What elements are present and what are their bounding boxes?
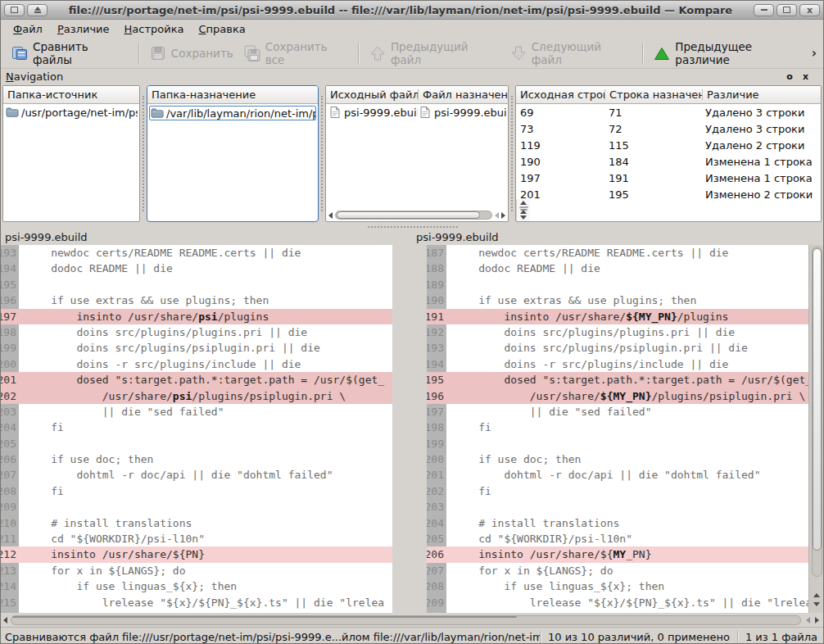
line-number: 189: [427, 277, 446, 293]
table-column-header-2[interactable]: Различие: [703, 86, 821, 103]
code-text: fi: [446, 483, 808, 499]
dest-folder-item[interactable]: /var/lib/layman/rion/net-im/psi/: [149, 106, 316, 120]
files-panel-hscrollbar[interactable]: [326, 209, 508, 221]
code-text: || die "sed failed": [446, 404, 808, 420]
diff-vertical-scrollbar[interactable]: [808, 245, 824, 613]
table-cell: 115: [604, 139, 701, 152]
source-folder-header[interactable]: Папка-источник: [3, 86, 102, 103]
diff-line-dest-199: 199: [427, 436, 808, 451]
code-text: doins src/plugins/plugins.pri || die: [19, 324, 392, 340]
diff-line-source-216: 216 doins "${x}/${PN}_${x}.qm" || die: [1, 610, 392, 613]
close-button[interactable]: x: [799, 4, 820, 16]
diff-line-dest-203: 203: [427, 499, 808, 515]
line-number: 203: [1, 404, 19, 420]
table-row-5[interactable]: 201195Изменено 2 строки: [516, 186, 821, 199]
code-text: doins -r src/plugins/include || die: [446, 356, 808, 372]
window-menu-button[interactable]: [4, 4, 25, 16]
code-text: insinto /usr/share/psi/plugins: [19, 309, 392, 324]
diff-line-source-203: 203 || die "sed failed": [1, 404, 392, 420]
line-number: 191: [427, 309, 446, 324]
code-text: dohtml -r doc/api || die "dohtml failed": [19, 467, 392, 483]
minimize-button[interactable]: [754, 4, 774, 16]
status-diff-count: 10 из 10 различий, 0 применено: [541, 631, 737, 643]
toolbar-button-label: Сравнить файлы: [33, 40, 129, 66]
code-text: || die "sed failed": [19, 404, 392, 420]
diff-right-filename: psi-9999.ebuild: [416, 231, 499, 243]
table-row-2[interactable]: 119115Удалено 2 строки: [516, 137, 821, 153]
toolbar-button-0[interactable]: Сравнить файлы: [6, 38, 134, 69]
source-folder-item[interactable]: /usr/portage/net-im/psi/: [5, 106, 138, 119]
toolbar-button-2[interactable]: Сохранить: [144, 42, 238, 65]
line-number: 204: [427, 515, 446, 531]
toolbar-button-6[interactable]: Следующий файл: [505, 38, 638, 69]
menu-2[interactable]: Настройка: [117, 21, 192, 37]
code-text: [19, 277, 392, 293]
dock-float-button[interactable]: o: [786, 71, 793, 82]
line-number: 202: [1, 388, 19, 404]
dest-folder-path: /var/lib/layman/rion/net-im/psi/: [166, 107, 316, 120]
dest-file-header[interactable]: Файл назначения: [419, 86, 508, 103]
line-number: 207: [1, 467, 19, 483]
window-shade-button[interactable]: [27, 4, 48, 16]
code-text: fi: [446, 420, 808, 435]
dock-close-button[interactable]: x: [803, 71, 808, 82]
source-file-item[interactable]: psi-9999.ebuild: [328, 106, 418, 119]
table-cell: Удалено 3 строки: [701, 123, 821, 135]
diff-line-source-198: 198 doins src/plugins/plugins.pri || die: [1, 324, 392, 340]
line-number: 208: [1, 483, 19, 499]
code-text: [446, 499, 808, 515]
code-text: [19, 499, 392, 515]
table-cell: Изменена 1 строка: [701, 172, 821, 184]
source-file-header[interactable]: Исходный файл: [326, 86, 418, 103]
code-text: newdoc certs/README README.certs || die: [19, 245, 392, 261]
dest-file-name: psi-9999.ebuild: [434, 107, 506, 119]
dest-file-item[interactable]: psi-9999.ebuild: [418, 106, 506, 119]
diff-line-source-194: 194 dodoc README || die: [1, 261, 392, 276]
maximize-button[interactable]: [776, 4, 797, 16]
code-text: lrelease "${x}/${PN}_${x}.ts" || die "lr…: [446, 595, 808, 610]
table-row-3[interactable]: 190184Изменена 1 строка: [516, 153, 821, 170]
toolbar-button-8[interactable]: Предыдущее различие: [648, 38, 811, 69]
menu-3[interactable]: Справка: [192, 21, 253, 37]
line-number: 205: [1, 436, 19, 451]
dock-splitter[interactable]: [1, 224, 823, 231]
toolbar-overflow-arrow[interactable]: ›: [812, 46, 818, 61]
code-text: [19, 436, 392, 451]
close-icon: x: [807, 6, 813, 15]
table-column-header-1[interactable]: Строка назначения: [605, 86, 702, 103]
diff-line-dest-200: 200 if use doc; then: [427, 451, 808, 467]
panel-splitter[interactable]: [140, 85, 147, 222]
table-cell: Удалено 2 строки: [701, 139, 821, 152]
code-text: if use linguas_${x}; then: [446, 578, 808, 594]
panel-splitter[interactable]: [319, 85, 325, 222]
line-number: 190: [427, 293, 446, 308]
table-row-0[interactable]: 6971Удалено 3 строки: [516, 104, 821, 120]
diff-line-dest-194: 194 doins -r src/plugins/include || die: [427, 356, 808, 372]
diff-horizontal-scrollbar[interactable]: [1, 613, 823, 627]
line-number: 198: [427, 420, 446, 435]
dest-folder-header[interactable]: Папка-назначение: [147, 86, 260, 103]
diff-line-source-202: 202 /usr/share/psi/plugins/psiplugin.pri…: [1, 388, 392, 404]
line-number: 197: [1, 309, 19, 324]
code-text: doins src/plugins/psiplugin.pri || die: [19, 340, 392, 356]
toolbar-button-3[interactable]: Сохранить все: [238, 38, 353, 69]
titlebar[interactable]: file:///usr/portage/net-im/psi/psi-9999.…: [1, 1, 823, 20]
diff-line-dest-188: 188 dodoc README || die: [427, 261, 808, 276]
line-number: 199: [427, 436, 446, 451]
line-number: 193: [427, 340, 446, 356]
table-cell: 184: [604, 156, 701, 168]
table-scrollbar[interactable]: [516, 199, 530, 221]
toolbar-button-label: Сохранить: [171, 47, 233, 60]
line-number: 201: [1, 372, 19, 388]
diff-line-source-195: 195: [1, 277, 392, 293]
diff-line-dest-198: 198 fi: [427, 420, 808, 435]
toolbar-button-5[interactable]: Предыдущий файл: [364, 38, 505, 69]
table-row-1[interactable]: 7372Удалено 3 строки: [516, 120, 821, 137]
window-title: file:///usr/portage/net-im/psi/psi-9999.…: [48, 4, 754, 16]
menu-1[interactable]: Различие: [50, 21, 117, 37]
menu-0[interactable]: Файл: [6, 21, 50, 37]
table-row-4[interactable]: 197191Изменена 1 строка: [516, 170, 821, 186]
line-number: 194: [427, 356, 446, 372]
panel-splitter[interactable]: [509, 85, 515, 222]
table-column-header-0[interactable]: Исходная строка: [516, 86, 604, 103]
